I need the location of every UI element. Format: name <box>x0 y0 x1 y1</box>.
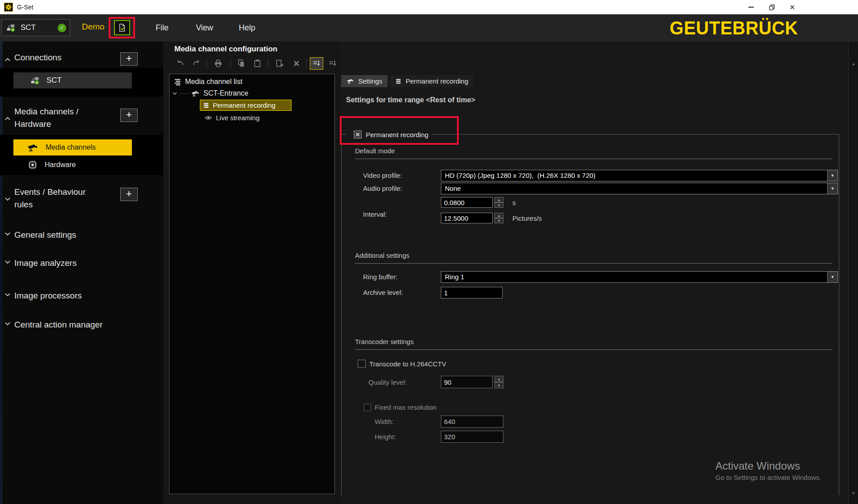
fixed-max-resolution-checkbox[interactable] <box>364 404 371 411</box>
add-connection-button[interactable]: + <box>120 52 138 66</box>
scroll-up-icon[interactable]: ▲ <box>849 59 858 68</box>
delete-button[interactable] <box>291 58 302 69</box>
quality-level-spinner[interactable]: ▲ ▼ <box>495 376 503 388</box>
fixed-max-resolution-row: Fixed max resolution <box>364 403 436 411</box>
g-set-window: G-Set × SCT ✓ Demo <box>0 0 858 504</box>
chevron-up-icon[interactable] <box>4 58 11 62</box>
tree-item-media-channel-list[interactable]: Media channel list <box>174 76 242 87</box>
tree-connector <box>179 93 189 94</box>
media-channel-configuration-panel: Media channel configuration <box>163 42 341 504</box>
navigation-sidebar: Connections + SCT Media channels /Hardwa… <box>0 42 163 504</box>
spin-up-icon[interactable]: ▲ <box>495 197 503 202</box>
width-input[interactable] <box>441 416 503 428</box>
redo-button[interactable] <box>190 58 202 69</box>
quality-level-input[interactable] <box>441 376 493 388</box>
interval-label: Interval: <box>363 210 387 218</box>
tree-item-permanent-recording-selected[interactable]: Permanent recording <box>200 100 292 111</box>
chevron-down-icon[interactable] <box>4 197 11 201</box>
spin-up-icon[interactable]: ▲ <box>495 376 503 382</box>
spin-down-icon[interactable]: ▼ <box>495 382 503 388</box>
channel-list-icon <box>174 78 182 86</box>
chevron-down-icon[interactable] <box>4 322 11 326</box>
video-profile-dropdown[interactable]: HD (720p) (Jpeg 1280 x 720), (H.26X 1280… <box>441 170 838 181</box>
section-transcoder-settings: Transcoder settings <box>355 338 414 345</box>
height-label: Height: <box>375 433 396 441</box>
sidebar-item-hardware[interactable]: Hardware <box>13 157 132 172</box>
toolbar-separator <box>207 59 207 68</box>
network-icon <box>5 23 16 33</box>
minimize-button[interactable] <box>741 0 761 14</box>
chevron-up-icon[interactable] <box>4 117 11 121</box>
connection-ok-badge: ✓ <box>58 24 66 32</box>
ring-buffer-label: Ring buffer: <box>363 273 397 281</box>
add-event-rule-button[interactable]: + <box>120 188 138 201</box>
sort-descending-button-active[interactable] <box>310 57 323 70</box>
dropdown-arrow-icon[interactable]: ▼ <box>827 183 837 194</box>
sidebar-section-connections[interactable]: Connections <box>14 51 117 64</box>
undo-button[interactable] <box>174 58 186 69</box>
close-button[interactable]: × <box>782 0 803 14</box>
menu-file[interactable]: File <box>141 14 183 42</box>
sidebar-section-general-settings[interactable]: General settings <box>14 229 117 241</box>
dropdown-arrow-icon[interactable]: ▼ <box>827 170 837 181</box>
tree-item-sct-entrance[interactable]: SCT-Entrance <box>172 88 248 99</box>
tab-settings[interactable]: Settings <box>341 75 388 87</box>
demo-mode-label: Demo <box>82 22 105 32</box>
scroll-down-icon[interactable]: ▼ <box>849 489 858 498</box>
permanent-recording-enable: × Permanent recording <box>346 129 432 140</box>
media-channel-tree: Media channel list SCT-Entrance Permanen… <box>169 74 335 494</box>
sort-descending-button[interactable] <box>327 58 338 69</box>
sidebar-item-sct[interactable]: SCT <box>13 72 132 88</box>
restore-icon <box>768 4 775 11</box>
sidebar-section-image-processors[interactable]: Image processors <box>14 290 117 302</box>
interval-seconds-input[interactable] <box>441 197 493 208</box>
spin-down-icon[interactable]: ▼ <box>495 202 503 208</box>
sidebar-section-events-behaviour-rules[interactable]: Events / Behaviourrules <box>14 186 117 211</box>
settings-panel: Settings Permanent recording Settings fo… <box>341 42 848 504</box>
connection-name: SCT <box>21 23 36 32</box>
tree-item-live-streaming[interactable]: Live streaming <box>204 113 260 122</box>
ring-buffer-dropdown[interactable]: Ring 1 ▼ <box>441 271 838 283</box>
menu-help[interactable]: Help <box>226 14 268 42</box>
apply-configuration-button[interactable] <box>114 20 130 35</box>
dropdown-arrow-icon[interactable]: ▼ <box>827 272 837 282</box>
add-media-channel-button[interactable]: + <box>120 109 138 122</box>
vertical-scrollbar[interactable]: ▲ ▼ <box>848 42 858 504</box>
checkbox-label: Permanent recording <box>366 131 428 139</box>
interval-rate-spinner[interactable]: ▲ ▼ <box>495 213 503 223</box>
audio-profile-dropdown[interactable]: None ▼ <box>441 183 838 194</box>
sidebar-section-image-analyzers[interactable]: Image analyzers <box>14 257 117 269</box>
desktop-edge-strip <box>0 42 3 504</box>
connection-selector[interactable]: SCT ✓ <box>1 19 70 36</box>
sidebar-section-central-action-manager[interactable]: Central action manager <box>14 319 117 331</box>
archive-level-input[interactable] <box>441 287 503 298</box>
interval-seconds-unit: s <box>512 199 516 206</box>
menu-view[interactable]: View <box>183 14 226 42</box>
checkbox-label: Transcode to H.264CCTV <box>369 360 446 368</box>
section-divider <box>355 349 833 350</box>
print-button[interactable] <box>212 58 224 69</box>
tab-permanent-recording[interactable]: Permanent recording <box>390 75 473 87</box>
configuration-toolbar <box>163 57 341 70</box>
restore-button[interactable] <box>761 0 782 14</box>
spin-up-icon[interactable]: ▲ <box>495 213 503 218</box>
permanent-recording-checkbox[interactable]: × <box>354 130 362 139</box>
add-item-button[interactable] <box>274 58 285 69</box>
spin-down-icon[interactable]: ▼ <box>495 218 503 223</box>
sidebar-item-media-channels[interactable]: Media channels <box>13 139 132 155</box>
video-profile-label: Video profile: <box>363 172 402 179</box>
height-input[interactable] <box>441 431 503 443</box>
transcode-checkbox[interactable] <box>358 360 366 368</box>
chevron-down-icon[interactable] <box>4 232 11 236</box>
chevron-down-icon[interactable] <box>4 260 11 264</box>
copy-button[interactable] <box>236 58 247 69</box>
sidebar-section-media-channels-hardware[interactable]: Media channels /Hardware <box>14 105 117 130</box>
sidebar-item-label: Hardware <box>45 161 76 169</box>
interval-rate-input[interactable] <box>441 213 493 223</box>
minimize-icon <box>748 7 754 8</box>
geutebrueck-logo: GEUTEBRÜCK <box>670 17 798 39</box>
title-bar: G-Set × <box>0 0 858 14</box>
chevron-down-icon[interactable] <box>4 293 11 297</box>
paste-button[interactable] <box>252 58 263 69</box>
interval-seconds-spinner[interactable]: ▲ ▼ <box>495 197 503 208</box>
